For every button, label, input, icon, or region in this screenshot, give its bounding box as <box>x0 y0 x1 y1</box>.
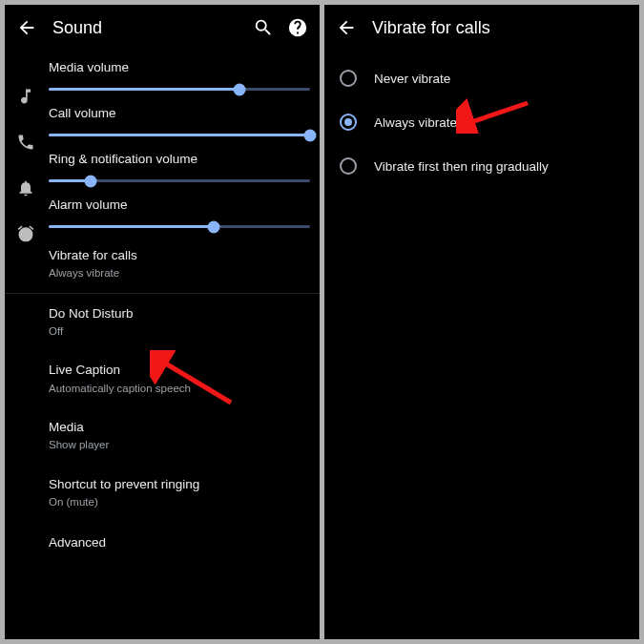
call-volume-row: Call volume <box>5 98 320 144</box>
slider-label: Call volume <box>49 106 310 120</box>
item-primary: Media <box>49 419 310 436</box>
radio-label: Always vibrate <box>374 115 457 130</box>
back-icon[interactable] <box>336 17 357 38</box>
item-secondary: Off <box>49 324 310 340</box>
advanced-item[interactable]: Advanced <box>5 522 320 557</box>
live-caption-item[interactable]: Live Caption Automatically caption speec… <box>5 350 320 407</box>
back-icon[interactable] <box>16 17 37 38</box>
radio-always-vibrate[interactable]: Always vibrate <box>324 100 639 144</box>
vibrate-for-calls-item[interactable]: Vibrate for calls Always vibrate <box>5 236 320 294</box>
alarm-volume-row: Alarm volume <box>5 190 320 236</box>
radio-vibrate-first[interactable]: Vibrate first then ring gradually <box>324 144 639 188</box>
shortcut-item[interactable]: Shortcut to prevent ringing On (mute) <box>5 465 320 522</box>
media-volume-slider[interactable] <box>49 88 310 91</box>
media-item[interactable]: Media Show player <box>5 407 320 465</box>
dnd-item[interactable]: Do Not Disturb Off <box>5 294 320 351</box>
slider-label: Alarm volume <box>49 197 310 212</box>
media-volume-row: Media volume <box>5 52 320 98</box>
header-actions <box>253 17 308 38</box>
item-secondary: Always vibrate <box>49 266 310 281</box>
page-title: Vibrate for calls <box>372 18 628 38</box>
call-volume-slider[interactable] <box>49 134 310 136</box>
sound-settings-screen: Sound Media volume Call volume <box>5 5 320 639</box>
item-primary: Do Not Disturb <box>49 305 310 322</box>
header: Vibrate for calls <box>324 5 639 51</box>
page-title: Sound <box>52 18 253 38</box>
ring-volume-row: Ring & notification volume <box>5 144 320 190</box>
item-secondary: Show player <box>49 438 310 453</box>
radio-icon <box>340 157 357 175</box>
content: Media volume Call volume Ring & notifica… <box>5 51 320 557</box>
slider-label: Ring & notification volume <box>49 152 310 166</box>
help-icon[interactable] <box>287 17 308 38</box>
radio-label: Never vibrate <box>374 72 450 86</box>
search-icon[interactable] <box>253 17 274 38</box>
radio-icon <box>340 70 357 87</box>
item-primary: Shortcut to prevent ringing <box>49 476 310 493</box>
item-primary: Live Caption <box>49 362 310 379</box>
item-primary: Vibrate for calls <box>49 247 310 264</box>
item-secondary: On (mute) <box>49 495 310 510</box>
header: Sound <box>5 5 320 51</box>
radio-label: Vibrate first then ring gradually <box>374 159 549 174</box>
slider-label: Media volume <box>49 60 310 74</box>
vibrate-for-calls-screen: Vibrate for calls Never vibrate Always v… <box>324 5 639 639</box>
item-secondary: Automatically caption speech <box>49 382 310 397</box>
alarm-volume-slider[interactable] <box>49 225 310 228</box>
ring-volume-slider[interactable] <box>49 179 310 182</box>
radio-list: Never vibrate Always vibrate Vibrate fir… <box>324 51 639 188</box>
radio-never-vibrate[interactable]: Never vibrate <box>324 56 639 100</box>
alarm-icon <box>16 224 35 243</box>
radio-icon <box>340 114 357 131</box>
